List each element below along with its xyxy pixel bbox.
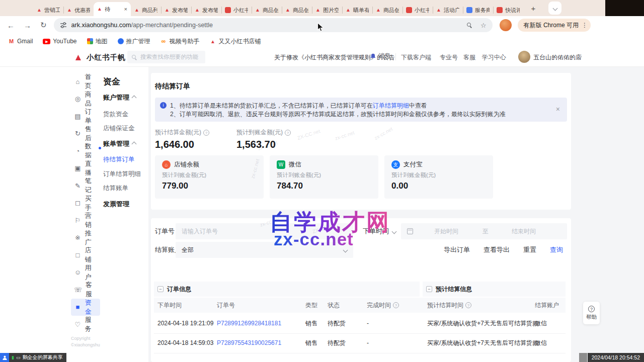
search-icon[interactable] (466, 22, 472, 28)
sidebar-item-goods[interactable]: ◎商品 (71, 90, 100, 108)
order-no-link[interactable]: P728975543190025671 (217, 333, 281, 353)
shop-avatar[interactable] (518, 51, 530, 63)
chrome-update-button[interactable]: 有新版 Chrome 可用 ⋮ (518, 19, 591, 32)
learning-center-link[interactable]: 学习中心 (482, 53, 506, 62)
browser-tab[interactable]: ▲商品创 (252, 4, 282, 16)
menu-group-发票管理[interactable]: 发票管理 (103, 200, 148, 209)
back-button[interactable]: ← (7, 21, 15, 30)
browser-tab[interactable]: ▲发布笔 (161, 4, 191, 16)
bookmark-gmail[interactable]: MGmail (8, 38, 33, 45)
close-icon[interactable]: × (124, 6, 127, 12)
sidebar-item-funds[interactable]: ■资金 (71, 299, 100, 316)
column-header-状态: 状态 (328, 298, 340, 313)
header-divider (395, 53, 396, 60)
browser-tab[interactable]: ▲营销工 (33, 4, 63, 16)
menu-group-账户管理[interactable]: 账户管理 (103, 93, 148, 102)
menu-group-账单管理[interactable]: 账单管理 (103, 139, 148, 148)
alert-line-1: 1、待结算订单是未结算的货款订单汇总，不含已结算订单，已结算订单可在订单结算明细… (170, 102, 552, 110)
help-label: 帮助 (586, 314, 597, 321)
bookmark-promo[interactable]: 推广管理 (118, 37, 150, 46)
meeting-app-icon[interactable] (0, 353, 9, 362)
tab-title: 营销工 (44, 7, 60, 14)
account-name: 店铺余额 (174, 160, 199, 169)
tab-search-button[interactable] (548, 2, 561, 15)
xiaohongshu-logo-icon[interactable]: ▲ (73, 52, 83, 63)
bookmark-maps[interactable]: 地图 (87, 37, 108, 46)
collapse-icon[interactable]: − (426, 286, 432, 292)
sidebar-item-label: 营销 (85, 211, 97, 229)
download-client-link[interactable]: 下载客户端 (401, 53, 431, 62)
red-app-favicon-icon (406, 7, 412, 13)
sidebar-item-aftersale[interactable]: ↻售后 (71, 125, 100, 143)
sidebar-item-promotion[interactable]: ※推广 (71, 229, 100, 247)
ark-favicon-icon: ▲ (376, 8, 381, 13)
menu-item-订单结算明细[interactable]: 订单结算明细 (103, 169, 148, 178)
menu-item-店铺保证金[interactable]: 店铺保证金 (103, 124, 148, 133)
help-icon[interactable]: ? (285, 130, 291, 136)
help-icon[interactable]: ? (465, 302, 471, 308)
shop-icon: □ (74, 251, 82, 259)
bookmark-channels[interactable]: ∞视频号助手 (160, 37, 200, 46)
help-icon[interactable]: ? (203, 130, 209, 136)
shop-name[interactable]: 五台山的佑佑的店 (533, 53, 582, 62)
browser-tab[interactable]: 小红书 (221, 4, 252, 16)
professional-account-link[interactable]: 专业号 (440, 53, 458, 62)
bookmark-label: YouTube (53, 38, 76, 45)
reload-button[interactable]: ↻ (40, 21, 47, 30)
help-button[interactable]: ? 帮助 (583, 302, 600, 324)
browser-tab[interactable]: ▲商品创 (372, 4, 403, 16)
browser-tab[interactable]: ▲商品列 (131, 4, 161, 16)
browser-tab[interactable]: ▲图片空 (312, 4, 342, 16)
address-bar[interactable]: ark.xiaohongshu.com/app-merchant/pending… (54, 18, 493, 32)
sidebar-item-orders[interactable]: ▤订单 (71, 108, 100, 125)
customer-service-link[interactable]: 客服 (463, 53, 475, 62)
action-查看导出[interactable]: 查看导出 (484, 245, 510, 254)
settlement-detail-link[interactable]: 订单结算明细 (373, 102, 409, 109)
menu-item-结算账单[interactable]: 结算账单 (103, 184, 148, 193)
action-重置[interactable]: 重置 (523, 245, 536, 254)
browser-tab[interactable]: ▲待× (94, 2, 131, 16)
new-tab-button[interactable]: + (527, 3, 539, 15)
menu-item-货款资金[interactable]: 货款资金 (103, 110, 148, 119)
browser-tab[interactable]: 服务商 (463, 4, 493, 16)
order-no-link[interactable]: P728991269928418181 (217, 314, 281, 333)
browser-tab[interactable]: 快说评 (493, 4, 523, 16)
sidebar-item-users[interactable]: ☺用户 (71, 264, 100, 282)
messages-entry[interactable]: 消息 17 (370, 52, 390, 60)
bookmark-youtube[interactable]: ▶YouTube (43, 38, 76, 45)
browser-tab[interactable]: ▲活动广 (433, 4, 463, 16)
date-range-input[interactable]: 开始时间 至 结束时间 (401, 223, 567, 239)
sidebar-item-data[interactable]: ◔数据 (71, 142, 100, 160)
browser-profile-avatar[interactable] (500, 19, 512, 31)
close-icon[interactable]: × (556, 105, 560, 114)
sidebar-item-cs[interactable]: ☏客服 (71, 281, 100, 299)
sidebar-item-shop[interactable]: □店铺 (71, 246, 100, 264)
forward-button[interactable]: → (24, 21, 31, 30)
browser-menu-icon[interactable]: ⋮ (582, 22, 588, 29)
sidebar-item-notes[interactable]: ✎笔记 (71, 177, 100, 195)
bookmark-ark[interactable]: ▲又又小红书店铺 (210, 37, 261, 46)
collapse-icon[interactable]: − (157, 286, 164, 292)
feature-search-input[interactable]: 搜索查找你想要的功能 (127, 51, 205, 63)
browser-tab[interactable]: ▲发布笔 (191, 4, 221, 16)
browser-tab[interactable]: 小红书 (403, 4, 433, 16)
browser-tab[interactable]: ▲商品创 (282, 4, 312, 16)
sidebar-item-service[interactable]: ♡服务 (71, 316, 100, 333)
action-查询[interactable]: 查询 (550, 245, 563, 254)
tab-list: ▲营销工▲优惠券▲待×▲商品列▲发布笔▲发布笔小红书▲商品创▲商品创▲图片空▲晒… (33, 2, 523, 16)
browser-tab[interactable]: ▲优惠券 (63, 4, 94, 16)
chrome-update-label: 有新版 Chrome 可用 (524, 21, 579, 30)
account-value: 779.00 (162, 181, 257, 191)
screen-share-label: 鹅全全的屏幕共享 (22, 354, 62, 361)
channels-icon: ∞ (160, 38, 167, 45)
help-icon[interactable]: ? (393, 302, 399, 308)
sidebar-item-live[interactable]: ▣直播 (71, 160, 100, 177)
bookmark-star-icon[interactable]: ☆ (480, 22, 487, 29)
tune-icon[interactable] (60, 22, 67, 29)
menu-item-待结算订单[interactable]: 待结算订单 (103, 155, 148, 164)
browser-tab[interactable]: ▲晒单有 (342, 4, 372, 16)
sidebar-item-marketing[interactable]: ⚐营销 (71, 212, 100, 229)
sidebar-item-buyer[interactable]: ◻买手 (71, 195, 100, 212)
action-导出订单[interactable]: 导出订单 (444, 245, 470, 254)
sidebar-item-home[interactable]: ⌂首页 (71, 73, 100, 90)
